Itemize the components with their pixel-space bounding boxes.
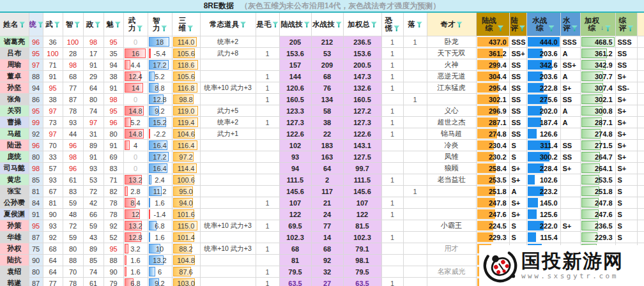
name-cell[interactable]: 关羽 (0, 105, 29, 117)
weighted-total-cell[interactable]: 127.5 (343, 151, 381, 163)
land-skill-cell[interactable]: 102.3 (279, 232, 311, 243)
overall-rating-cell[interactable]: S (615, 197, 637, 209)
weighted-composite-cell[interactable]: 302.1 (580, 94, 615, 105)
water-rating-cell[interactable] (560, 197, 580, 209)
item-cell[interactable] (200, 71, 256, 82)
weighted-total-cell[interactable]: 63.5 (343, 278, 381, 286)
filter-funnel-icon[interactable] (519, 26, 525, 31)
water-rating-cell[interactable]: S+ (560, 163, 580, 174)
name-cell[interactable]: 张角 (0, 94, 29, 105)
luo-cell[interactable] (403, 151, 427, 163)
sliver-cell[interactable] (637, 36, 644, 48)
stat-cell[interactable]: 29 (83, 71, 103, 82)
item-cell[interactable]: 武力+1 (200, 128, 256, 140)
water-skill-cell[interactable]: 53 (311, 48, 343, 59)
wuli-cell[interactable]: 8.4 (123, 197, 148, 209)
stat-cell[interactable]: 52 (103, 232, 123, 243)
stat-cell[interactable]: 79 (103, 278, 123, 286)
weighted-composite-cell[interactable]: 361.2 (580, 48, 615, 59)
land-composite-cell[interactable]: 251.8 (476, 186, 509, 197)
qicai-cell[interactable]: 名家威光 (427, 266, 476, 278)
water-composite-cell[interactable]: 202.0 (526, 105, 560, 117)
water-skill-cell[interactable]: 68 (311, 243, 343, 255)
filter-funnel-icon[interactable] (74, 22, 80, 27)
luo-cell[interactable] (403, 232, 427, 243)
qicai-cell[interactable]: 凤雏 (427, 151, 476, 163)
sliver-cell[interactable] (637, 140, 644, 151)
wuli-cell[interactable]: 0 (123, 94, 148, 105)
water-skill-cell[interactable]: 163 (311, 151, 343, 163)
stat-cell[interactable]: 96 (29, 36, 43, 48)
overall-rating-cell[interactable]: S+ (615, 105, 637, 117)
zhili-cell[interactable]: 6.8 (148, 220, 172, 232)
stat-cell[interactable]: 96 (63, 163, 83, 174)
stat-cell[interactable]: 71 (103, 174, 123, 186)
stat-cell[interactable]: 97 (43, 128, 63, 140)
wuli-cell[interactable]: 4 (123, 140, 148, 151)
stat-cell[interactable]: 95 (29, 48, 43, 59)
water-composite-cell[interactable]: 223.2 (526, 186, 560, 197)
stat-cell[interactable]: 80 (83, 94, 103, 105)
stat-cell[interactable]: 69 (103, 151, 123, 163)
stat-cell[interactable]: 90 (43, 209, 63, 220)
panic-cell[interactable] (381, 94, 403, 105)
shimao-cell[interactable]: 1 (256, 243, 279, 255)
name-cell[interactable]: 夏侯渊 (0, 209, 29, 220)
filter-funnel-icon[interactable] (115, 22, 121, 27)
item-cell[interactable]: 统率+10 武力+3 (200, 220, 256, 232)
stat-cell[interactable]: 96 (103, 117, 123, 128)
zhili-cell[interactable]: -5.4 (148, 48, 172, 59)
weighted-total-cell[interactable]: 236.5 (343, 36, 381, 48)
water-skill-cell[interactable]: 77 (311, 220, 343, 232)
water-skill-cell[interactable]: 134 (311, 94, 343, 105)
luo-cell[interactable] (403, 266, 427, 278)
water-skill-cell[interactable]: 21 (311, 197, 343, 209)
panic-cell[interactable]: 1 (381, 278, 403, 286)
name-cell[interactable]: 孙策 (0, 220, 29, 232)
filter-funnel-icon[interactable] (240, 22, 246, 27)
filter-funnel-icon[interactable] (187, 26, 193, 31)
water-rating-cell[interactable]: SS (560, 140, 580, 151)
stat-cell[interactable]: 64 (43, 266, 63, 278)
panic-cell[interactable]: 1 (381, 71, 403, 82)
filter-funnel-icon[interactable] (605, 26, 611, 31)
panic-cell[interactable] (381, 151, 403, 163)
stat-cell[interactable]: 96 (29, 140, 43, 151)
water-rating-cell[interactable] (560, 209, 580, 220)
land-composite-cell[interactable]: 247.6 (476, 209, 509, 220)
water-skill-cell[interactable]: 24 (311, 209, 343, 220)
stat-cell[interactable]: 91 (103, 82, 123, 94)
shimao-cell[interactable] (256, 186, 279, 197)
qicai-cell[interactable]: 火神 (427, 59, 476, 71)
overall-rating-cell[interactable]: S (615, 232, 637, 243)
stat-cell[interactable]: 92 (103, 220, 123, 232)
weighted-total-cell[interactable]: 143.1 (343, 140, 381, 151)
stat-cell[interactable]: 97 (83, 117, 103, 128)
stat-cell[interactable]: 91 (29, 209, 43, 220)
wuli-cell[interactable]: 14 (123, 82, 148, 94)
qicai-cell[interactable] (427, 232, 476, 243)
qicai-cell[interactable] (427, 197, 476, 209)
land-rating-cell[interactable]: SS (509, 117, 526, 128)
sanwei-cell[interactable]: 103.0 (172, 278, 200, 286)
land-skill-cell[interactable]: 160.5 (279, 94, 311, 105)
sanwei-cell[interactable]: 116.4 (172, 140, 200, 151)
qicai-cell[interactable] (427, 278, 476, 286)
qicai-cell[interactable]: 老当益壮 (427, 174, 476, 186)
stat-cell[interactable]: 95 (29, 105, 43, 117)
stat-cell[interactable]: 89 (83, 140, 103, 151)
filter-funnel-icon[interactable] (304, 22, 310, 27)
stat-cell[interactable]: 83 (63, 186, 83, 197)
qicai-cell[interactable]: 义心 (427, 105, 476, 117)
water-composite-cell[interactable]: 145.0 (526, 197, 560, 209)
wuli-cell[interactable]: 0 (123, 151, 148, 163)
name-cell[interactable]: 华雄 (0, 232, 29, 243)
land-rating-cell[interactable]: S+ (509, 197, 526, 209)
weighted-composite-cell[interactable]: 300.8 (580, 105, 615, 117)
land-skill-cell[interactable]: 107 (279, 197, 311, 209)
shimao-cell[interactable]: 1 (256, 197, 279, 209)
stat-cell[interactable]: 61 (83, 278, 103, 286)
sanwei-cell[interactable]: 94.0 (172, 197, 200, 209)
stat-cell[interactable]: 92 (29, 128, 43, 140)
overall-rating-cell[interactable]: S+ (615, 140, 637, 151)
